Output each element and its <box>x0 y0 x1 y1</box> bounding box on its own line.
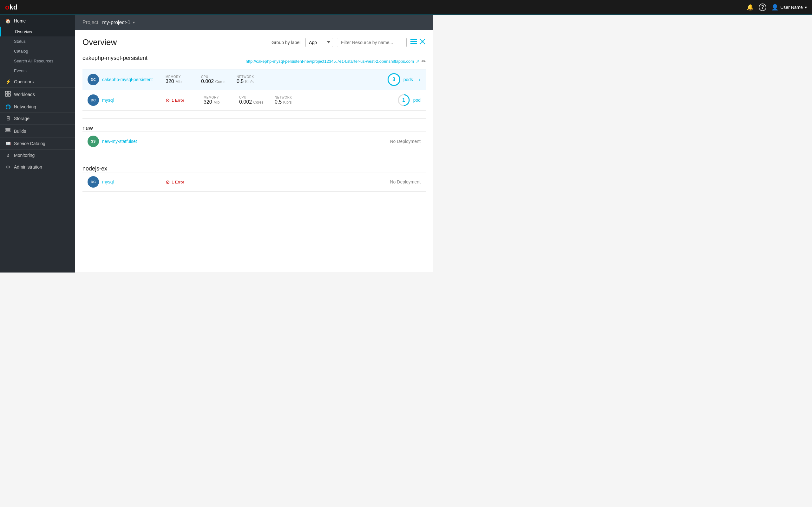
overview-controls: Group by label: App Service <box>271 38 426 47</box>
ss-badge: SS <box>88 135 99 147</box>
network-label: NETWORK <box>237 75 254 78</box>
sidebar-sub-label-search: Search All Resources <box>14 59 53 63</box>
sidebar-builds-label: Builds <box>14 129 26 134</box>
app-group-url-container: http://cakephp-mysql-persistent-newproje… <box>246 58 426 64</box>
view-toggle <box>410 38 426 46</box>
app-url-cakephp[interactable]: http://cakephp-mysql-persistent-newproje… <box>246 59 414 64</box>
pod-link-mysql[interactable]: pod <box>413 98 420 103</box>
memory-value: 320 Mib <box>165 78 182 84</box>
monitoring-icon: 🖥 <box>5 153 11 158</box>
external-link-icon[interactable]: ↗ <box>416 59 420 64</box>
operators-icon: ⚡ <box>5 79 11 84</box>
group-by-label: Group by label: <box>271 40 302 45</box>
resource-error-nodejs-mysql: ⊘ 1 Error <box>165 179 204 185</box>
cpu-value: 0.002 Cores <box>201 78 225 84</box>
resource-error-mysql: ⊘ 1 Error <box>165 97 204 103</box>
svg-rect-4 <box>6 128 10 130</box>
network-stat: NETWORK 0.5 Kib/s <box>237 75 262 84</box>
memory-stat-mysql: MEMORY 320 Mib <box>204 96 229 105</box>
error-icon-nodejs: ⊘ <box>165 179 170 185</box>
sidebar-operators-section: ⚡ Operators <box>0 76 75 88</box>
project-name: my-project-1 <box>102 20 131 25</box>
svg-line-14 <box>420 39 422 42</box>
resource-name-cakephp[interactable]: cakephp-mysql-persistent <box>102 77 165 82</box>
edit-app-icon[interactable]: ✏ <box>421 58 426 64</box>
project-chevron-icon[interactable]: ▾ <box>133 20 135 25</box>
sidebar-item-monitoring[interactable]: 🖥 Monitoring <box>0 150 75 161</box>
sidebar-item-workloads[interactable]: Workloads <box>0 88 75 101</box>
overview-header: Overview Group by label: App Service <box>83 38 426 47</box>
sidebar-home-section: 🏠 Home Overview Status Catalog Search Al… <box>0 15 75 76</box>
sidebar: 🏠 Home Overview Status Catalog Search Al… <box>0 15 75 273</box>
svg-rect-3 <box>8 94 10 96</box>
sidebar-service-catalog-section: 📖 Service Catalog <box>0 138 75 150</box>
storage-icon: 🗄 <box>5 116 11 121</box>
svg-rect-8 <box>410 43 417 44</box>
cpu-stat-mysql: CPU 0.002 Cores <box>239 96 264 105</box>
sidebar-item-service-catalog[interactable]: 📖 Service Catalog <box>0 138 75 149</box>
sidebar-sub-item-search[interactable]: Search All Resources <box>0 56 75 66</box>
sidebar-sub-item-catalog[interactable]: Catalog <box>0 46 75 56</box>
dc-badge: DC <box>88 74 99 85</box>
sidebar-item-home[interactable]: 🏠 Home <box>0 15 75 26</box>
sidebar-sub-label-status: Status <box>14 39 26 44</box>
error-icon: ⊘ <box>165 97 170 103</box>
svg-rect-2 <box>5 94 8 96</box>
topology-view-button[interactable] <box>419 38 426 46</box>
sidebar-sub-item-status[interactable]: Status <box>0 37 75 46</box>
sidebar-builds-section: Builds <box>0 124 75 138</box>
sidebar-item-administration[interactable]: ⚙ Administration <box>0 161 75 173</box>
pods-indicator-mysql: 1 pod <box>397 94 420 107</box>
sidebar-workloads-section: Workloads <box>0 88 75 101</box>
resource-stats-cakephp: MEMORY 320 Mib CPU 0.002 Cores <box>165 75 388 84</box>
svg-rect-6 <box>410 39 417 40</box>
logo-text: okd <box>5 3 17 11</box>
sidebar-administration-section: ⚙ Administration <box>0 161 75 173</box>
sidebar-workloads-label: Workloads <box>14 92 35 97</box>
svg-rect-5 <box>6 130 10 132</box>
app-group-name-new: new <box>83 125 93 134</box>
svg-rect-0 <box>5 91 8 94</box>
main-layout: 🏠 Home Overview Status Catalog Search Al… <box>0 15 433 273</box>
sidebar-sub-label-overview: Overview <box>15 29 32 34</box>
top-nav: okd 🔔 ? 👤 User Name ▾ <box>0 0 433 15</box>
app-group-new: new SS new-my-statfulset No Deployment <box>83 125 426 151</box>
sidebar-item-networking[interactable]: 🌐 Networking <box>0 101 75 112</box>
svg-line-15 <box>422 39 425 42</box>
sidebar-monitoring-label: Monitoring <box>14 153 35 158</box>
resource-name-mysql[interactable]: mysql <box>102 98 165 103</box>
cpu-stat: CPU 0.002 Cores <box>201 75 226 84</box>
network-stat-mysql: NETWORK 0.5 Kib/s <box>275 96 300 105</box>
no-deployment-nodejs: No Deployment <box>390 179 421 184</box>
svg-rect-1 <box>8 91 10 94</box>
sidebar-item-builds[interactable]: Builds <box>0 124 75 137</box>
logo[interactable]: okd <box>5 3 17 11</box>
group-by-select[interactable]: App Service <box>305 38 333 47</box>
overview-title: Overview <box>83 38 117 47</box>
no-deployment-new: No Deployment <box>390 139 421 144</box>
svg-line-17 <box>422 42 425 44</box>
pods-link-cakephp[interactable]: pods <box>403 77 413 82</box>
filter-resource-input[interactable] <box>337 38 407 47</box>
table-row: DC mysql ⊘ 1 Error MEMORY 320 Mib <box>83 90 426 111</box>
project-header: Project: my-project-1 ▾ <box>75 15 433 30</box>
sidebar-sub-item-overview[interactable]: Overview <box>0 26 75 37</box>
service-catalog-icon: 📖 <box>5 141 11 146</box>
chevron-right-icon[interactable]: › <box>419 76 420 83</box>
list-view-button[interactable] <box>410 39 417 46</box>
builds-icon <box>5 128 11 134</box>
app-group-name-cakephp: cakephp-mysql-persistent <box>83 55 148 64</box>
sidebar-item-operators[interactable]: ⚡ Operators <box>0 76 75 88</box>
sidebar-service-catalog-label: Service Catalog <box>14 141 45 146</box>
memory-stat: MEMORY 320 Mib <box>165 75 191 84</box>
table-row: DC mysql ⊘ 1 Error No Deployment <box>83 172 426 192</box>
section-divider-1 <box>83 118 426 118</box>
home-icon: 🏠 <box>5 18 11 23</box>
resource-name-nodejs-mysql[interactable]: mysql <box>102 179 165 184</box>
resource-name-statfulset[interactable]: new-my-statfulset <box>102 139 165 144</box>
table-row: SS new-my-statfulset No Deployment <box>83 131 426 151</box>
sidebar-item-storage[interactable]: 🗄 Storage <box>0 113 75 124</box>
project-label: Project: <box>83 20 100 25</box>
table-row: DC cakephp-mysql-persistent MEMORY 320 M… <box>83 69 426 90</box>
sidebar-sub-item-events[interactable]: Events <box>0 66 75 76</box>
